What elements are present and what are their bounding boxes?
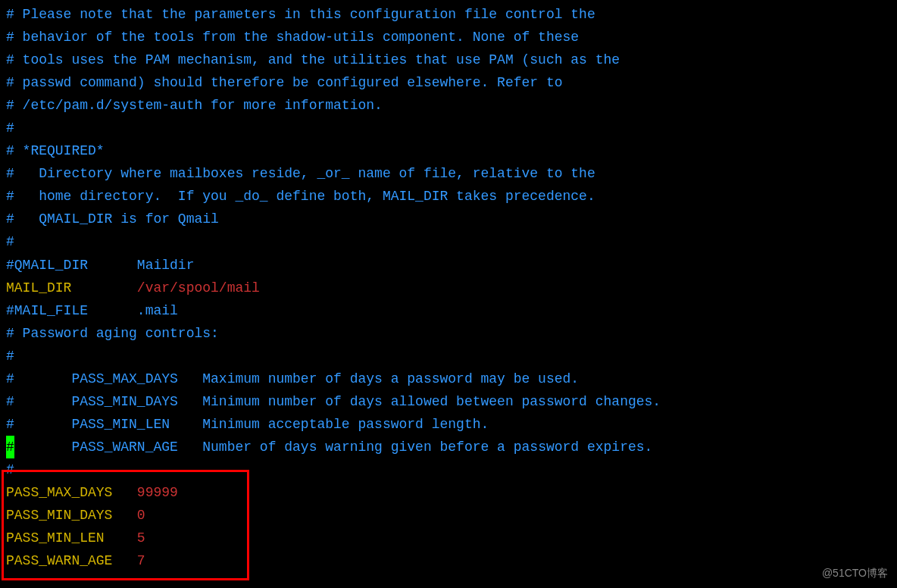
padding <box>112 553 136 568</box>
pass-min-len-setting: PASS_MIN_LEN 5 <box>6 527 891 549</box>
terminal-cursor[interactable]: # <box>6 436 14 458</box>
config-comment-line: # tools uses the PAM mechanism, and the … <box>6 48 891 71</box>
padding <box>112 485 136 500</box>
mail-dir-value: /var/spool/mail <box>137 280 260 296</box>
comment-rest: PASS_WARN_AGE Number of days warning giv… <box>14 439 653 455</box>
mail-dir-line: MAIL_DIR /var/spool/mail <box>6 277 891 299</box>
config-comment-line: # home directory. If you _do_ define bot… <box>6 185 891 208</box>
config-comment-line: # <box>6 117 891 139</box>
config-comment-line: # /etc/pam.d/system-auth for more inform… <box>6 94 891 117</box>
config-comment-line: # <box>6 458 891 481</box>
padding <box>105 530 137 546</box>
required-header: # *REQUIRED* <box>6 139 891 162</box>
pass-max-days-value: 99999 <box>137 485 178 500</box>
config-comment-line: # <box>6 230 891 253</box>
pass-min-len-value: 5 <box>137 530 145 546</box>
config-comment-line: # Please note that the parameters in thi… <box>6 3 891 26</box>
pass-min-days-setting: PASS_MIN_DAYS 0 <box>6 504 891 527</box>
padding <box>112 508 136 523</box>
pass-min-len-comment: # PASS_MIN_LEN Minimum acceptable passwo… <box>6 413 891 436</box>
mail-file-line: #MAIL_FILE .mail <box>6 299 891 322</box>
pass-max-days-setting: PASS_MAX_DAYS 99999 <box>6 481 891 504</box>
pass-warn-age-setting: PASS_WARN_AGE 7 <box>6 549 891 572</box>
password-aging-header: # Password aging controls: <box>6 322 891 345</box>
pass-warn-age-value: 7 <box>137 553 145 568</box>
pass-warn-age-comment: # PASS_WARN_AGE Number of days warning g… <box>6 436 891 458</box>
config-comment-line: # <box>6 345 891 368</box>
config-comment-line: # behavior of the tools from the shadow-… <box>6 26 891 48</box>
pass-min-days-key: PASS_MIN_DAYS <box>6 508 112 523</box>
pass-max-days-key: PASS_MAX_DAYS <box>6 485 112 500</box>
pass-max-days-comment: # PASS_MAX_DAYS Maximum number of days a… <box>6 368 891 390</box>
config-comment-line: # QMAIL_DIR is for Qmail <box>6 208 891 230</box>
padding <box>71 280 136 296</box>
pass-warn-age-key: PASS_WARN_AGE <box>6 553 112 568</box>
watermark-text: @51CTO博客 <box>822 565 888 582</box>
qmail-dir-line: #QMAIL_DIR Maildir <box>6 254 891 277</box>
pass-min-days-value: 0 <box>137 508 145 523</box>
config-comment-line: # passwd command) should therefore be co… <box>6 71 891 94</box>
mail-dir-key: MAIL_DIR <box>6 280 71 296</box>
pass-min-len-key: PASS_MIN_LEN <box>6 530 105 546</box>
pass-min-days-comment: # PASS_MIN_DAYS Minimum number of days a… <box>6 390 891 413</box>
config-comment-line: # Directory where mailboxes reside, _or_… <box>6 162 891 185</box>
